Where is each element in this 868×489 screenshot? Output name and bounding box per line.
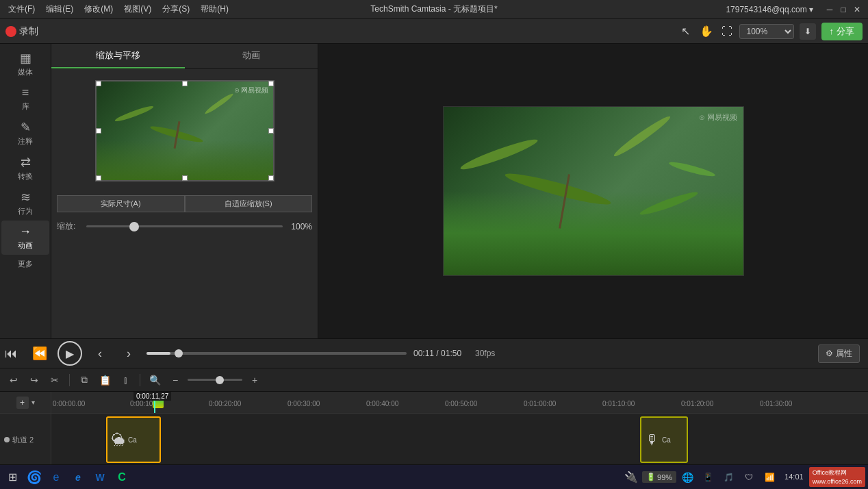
hand-tool[interactable]: ✋ [698, 23, 715, 40]
menu-help[interactable]: 帮助(H) [198, 2, 231, 16]
share-button[interactable]: ↑ 分享 [821, 23, 863, 40]
step-back-button[interactable]: ⏪ [29, 342, 51, 364]
menu-file[interactable]: 文件(F) [5, 2, 38, 16]
forest-bg [97, 82, 273, 180]
zoom-slider[interactable] [86, 225, 283, 227]
tray-power-icon[interactable]: 🔌 [622, 468, 641, 487]
progress-thumb[interactable] [175, 349, 183, 358]
sidebar-item-library[interactable]: ≡ 库 [1, 82, 49, 116]
split-button[interactable]: ⫿ [117, 372, 133, 388]
clip-label-1: Ca [128, 436, 137, 444]
start-button[interactable]: ⊞ [3, 468, 22, 487]
tray-network-icon[interactable]: 🌐 [678, 468, 697, 487]
handle-top-mid[interactable] [182, 81, 188, 86]
properties-button[interactable]: ⚙ 属性 [818, 344, 860, 363]
track-name-2: 轨道 2 [12, 435, 34, 445]
share-icon: ↑ [830, 26, 834, 36]
ruler-time-6: 0:01:00:00 [524, 400, 556, 408]
main-preview: ⊙ 网易视频 [318, 44, 868, 338]
sidebar-item-animation[interactable]: → 动画 [1, 221, 49, 255]
sidebar-item-more[interactable]: 更多 [1, 255, 49, 273]
sidebar-item-annotation[interactable]: ✎ 注释 [1, 116, 49, 151]
taskbar-right: 🔌 🔋 99% 🌐 📱 🎵 🛡 📶 14:01 Office教程网 www.of… [622, 467, 865, 487]
maximize-button[interactable]: □ [838, 4, 849, 15]
preview-small-image: ⊙ 网易视频 [97, 82, 273, 180]
prev-button[interactable]: ‹ [89, 342, 111, 364]
office-badge[interactable]: Office教程网 www.office26.com [809, 467, 865, 487]
tray-icon-4[interactable]: 📶 [760, 468, 779, 487]
zoom-select[interactable]: 100% 50% 75% 150% 200% [739, 24, 794, 39]
rewind-button[interactable]: ⏮ [0, 342, 22, 364]
taskbar-icon-ie[interactable]: e [47, 468, 66, 487]
handle-bottom-left[interactable] [96, 175, 101, 181]
panel-tabs: 缩放与平移 动画 [51, 44, 318, 69]
track-expand-button[interactable]: ▾ [31, 399, 35, 406]
timeline-ruler[interactable]: 0:00:11,27 0:00:00.00 0:00:10:00 0:00:20… [51, 392, 868, 414]
close-button[interactable]: ✕ [852, 4, 863, 15]
tray-icon-3[interactable]: 🛡 [739, 468, 758, 487]
add-track-button[interactable]: + [16, 397, 29, 409]
next-button[interactable]: › [118, 342, 140, 364]
tray-icon-2[interactable]: 🎵 [719, 468, 738, 487]
download-button[interactable]: ⬇ [800, 23, 816, 40]
zoom-out-button[interactable]: 🔍 [146, 372, 163, 388]
paste-button[interactable]: 📋 [97, 372, 113, 388]
clock[interactable]: 14:01 [782, 472, 806, 481]
battery-indicator: 🔋 99% [642, 471, 676, 483]
tray-icon-1[interactable]: 📱 [698, 468, 717, 487]
ruler-time-9: 0:01:30:00 [760, 400, 792, 408]
properties-panel: 缩放与平移 动画 ⊙ 网易视频 [51, 44, 318, 338]
handle-bottom-mid[interactable] [182, 175, 188, 181]
sidebar-label-library: 库 [22, 101, 29, 112]
time-display: 00:11 / 01:50 [413, 349, 468, 358]
library-icon: ≡ [22, 86, 29, 100]
office-label: Office教程网 [813, 468, 862, 477]
tab-animation[interactable]: 动画 [185, 44, 318, 68]
handle-mid-right[interactable] [268, 128, 274, 134]
taskbar-icon-word[interactable]: W [90, 468, 110, 487]
handle-mid-left[interactable] [96, 128, 101, 134]
handle-bottom-right[interactable] [268, 175, 274, 181]
playhead[interactable]: 0:00:11,27 [154, 392, 155, 413]
ruler-time-8: 0:01:20:00 [681, 400, 713, 408]
select-tool[interactable]: ↖ [678, 23, 694, 40]
taskbar-icon-camtasia[interactable]: C [112, 468, 131, 487]
annotation-clip-2[interactable]: 🎙 Ca [640, 416, 688, 463]
menu-edit[interactable]: 编辑(E) [43, 2, 76, 16]
menu-view[interactable]: 视图(V) [121, 2, 154, 16]
undo-button[interactable]: ↩ [5, 372, 22, 388]
sidebar-label-annotation: 注释 [18, 136, 33, 147]
sidebar-item-behavior[interactable]: ≋ 行为 [1, 186, 49, 221]
minus-button[interactable]: − [167, 372, 183, 388]
copy-button[interactable]: ⧉ [76, 372, 92, 388]
fit-button[interactable]: 自适应缩放(S) [185, 195, 313, 212]
progress-fill [146, 352, 170, 355]
handle-top-right[interactable] [268, 81, 274, 86]
sidebar-item-media[interactable]: ▦ 媒体 [1, 47, 49, 82]
taskbar-icon-edge[interactable]: 🌀 [25, 468, 44, 487]
redo-button[interactable]: ↪ [26, 372, 42, 388]
preview-small-watermark: ⊙ 网易视频 [234, 86, 269, 95]
taskbar-icon-ie2[interactable]: e [68, 468, 88, 487]
play-button[interactable]: ▶ [58, 341, 82, 366]
record-button[interactable]: 录制 [5, 25, 38, 38]
handle-top-left[interactable] [96, 81, 101, 86]
share-label: 分享 [837, 25, 854, 38]
progress-bar[interactable] [146, 352, 407, 355]
menu-share[interactable]: 分享(S) [159, 2, 192, 16]
sidebar-item-transition[interactable]: ⇄ 转换 [1, 151, 49, 186]
user-account[interactable]: 1797543146@qq.com ▾ [726, 5, 813, 14]
track-row-2: 🌦 Ca 🎙 Ca [51, 414, 868, 466]
preview-small[interactable]: ⊙ 网易视频 [95, 80, 275, 181]
timeline-zoom-slider[interactable] [188, 379, 242, 381]
cut-button[interactable]: ✂ [47, 372, 63, 388]
menu-modify[interactable]: 修改(M) [81, 2, 116, 16]
crop-tool[interactable]: ⛶ [719, 23, 735, 40]
tab-zoom-pan[interactable]: 缩放与平移 [51, 44, 185, 68]
plus-button[interactable]: + [246, 372, 263, 388]
timeline-toolbar: ↩ ↪ ✂ ⧉ 📋 ⫿ 🔍 − + [0, 368, 868, 392]
sidebar-label-behavior: 行为 [18, 206, 33, 216]
minimize-button[interactable]: ─ [824, 4, 835, 15]
annotation-clip-1[interactable]: 🌦 Ca [106, 416, 161, 463]
actual-size-button[interactable]: 实际尺寸(A) [57, 195, 185, 212]
